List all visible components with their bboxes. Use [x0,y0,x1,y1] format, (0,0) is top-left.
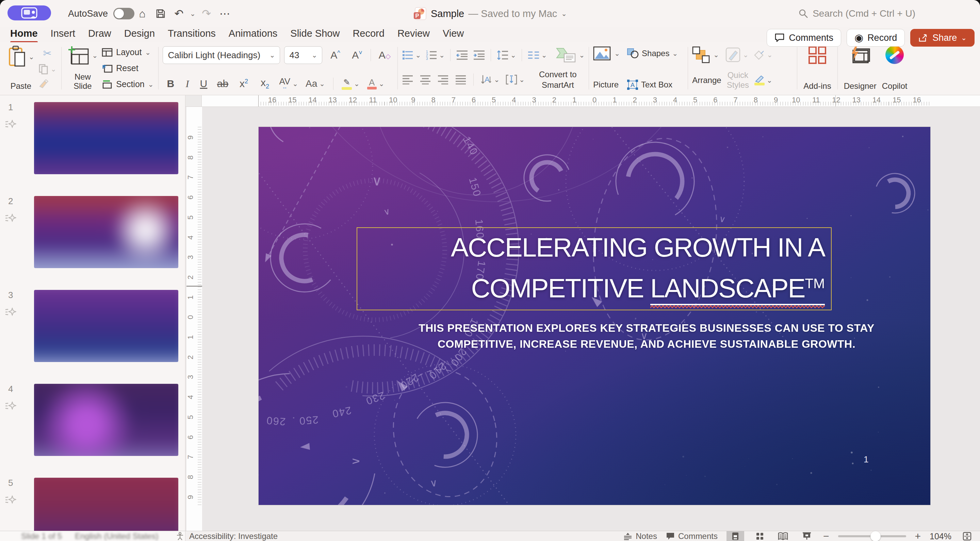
character-spacing-button[interactable]: AV↔ ⌄ [279,78,298,89]
horizontal-ruler[interactable]: 1615141312111098765432101234567891011121… [185,95,980,107]
arrange-chevron-icon[interactable]: ⌄ [713,51,719,58]
shape-fill-button[interactable]: ⌄ [754,50,773,60]
addins-button[interactable]: Add-ins [801,44,834,92]
fit-slide-to-window-button[interactable] [960,531,974,541]
arrange-icon[interactable] [692,46,710,63]
thumbnail-row-3[interactable]: 3 [0,290,185,362]
zoom-percentage[interactable]: 104% [930,531,951,541]
italic-button[interactable]: I [183,78,191,89]
zoom-out-button[interactable]: − [823,530,829,541]
align-left-icon[interactable] [402,75,414,84]
title-text-box[interactable]: ACCELERATING GROWTH IN A COMPETITIVE LAN… [356,227,832,310]
presenter-coach-button[interactable] [8,5,51,21]
font-color-button[interactable]: A ⌄ [367,78,385,89]
ink-annotation-button[interactable]: ⌄ [754,75,772,85]
slide-5-thumbnail[interactable] [34,478,178,531]
undo-chevron-icon[interactable]: ⌄ [190,10,196,17]
new-slide-button[interactable]: ⌄ NewSlide [65,44,101,92]
language-status[interactable]: English (United States) [75,531,158,541]
increase-indent-icon[interactable] [473,50,485,60]
thumbnail-row-2[interactable]: 2 [0,196,185,268]
columns-button[interactable]: ⌄ [527,51,547,60]
share-button[interactable]: Share ⌄ [910,29,975,47]
decrease-font-size-button[interactable]: A˅ [348,49,366,61]
align-right-icon[interactable] [437,75,449,84]
normal-view-button[interactable] [727,531,744,541]
text-box-button[interactable]: A Text Box [627,79,672,90]
accessibility-status[interactable]: Accessibility: Investigate [189,531,278,541]
notes-button[interactable]: Notes [624,531,657,541]
reading-view-button[interactable] [775,531,791,541]
comments-button[interactable]: Comments [767,29,841,47]
slide-subtitle[interactable]: THIS PRESENTATION EXPLORES KEY STRATEGIE… [361,320,930,352]
bold-button[interactable]: B [165,78,176,89]
slide-1-thumbnail[interactable] [34,102,178,174]
more-commands-icon[interactable]: ⋯ [218,6,232,21]
shapes-button[interactable]: Shapes ⌄ [627,48,678,59]
align-center-icon[interactable] [420,75,431,84]
slideshow-view-button[interactable] [799,531,814,541]
tab-view[interactable]: View [443,27,464,43]
record-button[interactable]: ◉ Record [846,29,905,47]
tab-transitions[interactable]: Transitions [168,27,216,43]
clear-formatting-button[interactable]: A◇ [375,49,393,61]
tab-design[interactable]: Design [124,27,155,43]
highlight-color-button[interactable]: ✎ ⌄ [342,78,360,90]
transition-star-icon[interactable] [5,401,16,411]
tab-insert[interactable]: Insert [51,27,76,43]
picture-chevron-icon[interactable]: ⌄ [614,50,620,57]
increase-font-size-button[interactable]: A^ [326,49,344,61]
new-slide-chevron-icon[interactable]: ⌄ [92,52,98,59]
tab-animations[interactable]: Animations [229,27,277,43]
thumbnail-row-5[interactable]: 5 [0,478,185,531]
zoom-slider-thumb[interactable] [870,531,881,541]
change-case-button[interactable]: Aa ⌄ [305,78,325,89]
reset-button[interactable]: Reset [102,63,153,73]
superscript-button[interactable]: x2 [237,78,250,89]
cut-icon[interactable]: ✂ [38,47,56,59]
justify-icon[interactable] [455,75,466,84]
text-direction-button[interactable]: A ⌄ [480,75,500,85]
slide-4-thumbnail[interactable] [34,384,178,456]
transition-star-icon[interactable] [5,307,16,317]
strikethrough-button[interactable]: ab [216,78,229,89]
save-icon[interactable] [153,6,168,21]
transition-star-icon[interactable] [5,495,16,505]
slide-editing-area[interactable]: ∨ ∨ ∨ ∨ ∨ ∨ 1401501601701902002102202302… [259,127,930,505]
search-box[interactable]: Search (Cmd + Ctrl + U) [798,0,915,27]
document-title-menu[interactable]: P Sample — Saved to my Mac ⌄ [413,0,567,27]
convert-smartart-button[interactable]: ⌄ [555,46,585,64]
copilot-button[interactable]: Copilot [879,44,910,92]
slide-3-thumbnail[interactable] [34,290,178,362]
slide-2-thumbnail[interactable] [34,196,178,268]
paste-chevron-icon[interactable]: ⌄ [29,53,34,60]
thumbnail-row-1[interactable]: 1 [0,102,185,174]
layout-button[interactable]: Layout ⌄ [102,47,153,57]
font-size-select[interactable]: 43 ⌄ [284,46,322,64]
tab-home[interactable]: Home [10,27,38,43]
tab-draw[interactable]: Draw [88,27,111,43]
tab-review[interactable]: Review [398,27,430,43]
autosave-toggle[interactable] [113,8,134,19]
align-text-button[interactable]: ⌄ [506,75,525,85]
undo-button[interactable]: ↶ [172,6,186,21]
decrease-indent-icon[interactable] [456,50,468,60]
transition-star-icon[interactable] [5,214,16,223]
line-spacing-button[interactable]: ⌄ [496,50,516,60]
paste-button[interactable]: ⌄ Paste [5,44,37,92]
status-comments-button[interactable]: Comments [666,531,718,541]
picture-icon[interactable] [593,46,611,60]
font-name-select[interactable]: Calibri Light (Headings) ⌄ [163,46,280,64]
bullets-button[interactable]: ⌄ [402,50,421,60]
thumbnail-row-4[interactable]: 4 [0,384,185,456]
transition-star-icon[interactable] [5,120,16,129]
vertical-ruler[interactable]: 9876543210123456789 [186,107,202,531]
slide-sorter-view-button[interactable] [753,531,767,541]
subscript-button[interactable]: x2 [258,77,272,90]
designer-button[interactable]: Designer [841,44,879,92]
section-button[interactable]: Section ⌄ [102,79,153,89]
numbering-button[interactable]: 123 ⌄ [426,50,445,60]
zoom-in-button[interactable]: + [915,530,921,541]
home-icon[interactable]: ⌂ [135,6,150,21]
redo-button[interactable]: ↷ [199,6,214,21]
